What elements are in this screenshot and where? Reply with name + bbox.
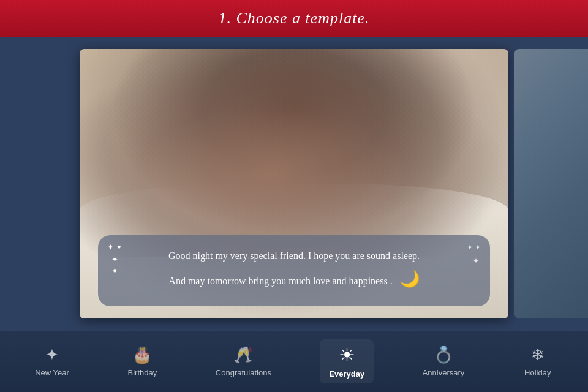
moon-decoration: 🌙 [400,270,420,288]
anniversary-icon: 💍 [434,345,453,364]
card-text-line2: And may tomorrow bring you much love and… [116,265,472,294]
nav-label-new-year: New Year [35,368,69,377]
nav-item-anniversary[interactable]: 💍 Anniversary [413,341,474,382]
card-text-overlay: ✦ ✦✦✦ ✦ ✦ ✦ Good night my very special f… [98,235,490,306]
card-message-text: Good night my very special friend. I hop… [116,247,472,294]
nav-item-congratulations[interactable]: 🥂 Congratulations [206,341,281,382]
header-title: 1. Choose a template. [218,9,369,28]
main-card[interactable]: ✦ ✦✦✦ ✦ ✦ ✦ Good night my very special f… [80,49,508,318]
nav-label-everyday: Everyday [329,369,364,379]
card-text-line1: Good night my very special friend. I hop… [116,247,472,265]
congratulations-icon: 🥂 [233,345,253,364]
holiday-icon: ❄ [531,345,545,364]
main-content: ✦ ✦✦✦ ✦ ✦ ✦ Good night my very special f… [0,37,588,331]
app-header: 1. Choose a template. [0,0,588,37]
birthday-icon: 🎂 [132,345,152,364]
nav-item-birthday[interactable]: 🎂 Birthday [118,341,167,382]
nav-label-anniversary: Anniversary [423,368,465,377]
new-year-icon: ✦ [45,345,59,364]
nav-label-birthday: Birthday [128,368,157,377]
nav-item-everyday[interactable]: ☀ Everyday [320,339,374,383]
next-card-inner [514,49,588,318]
card-background: ✦ ✦✦✦ ✦ ✦ ✦ Good night my very special f… [80,49,508,318]
card-person-area [80,49,508,257]
bottom-navigation: ✦ New Year 🎂 Birthday 🥂 Congratulations … [0,331,588,392]
nav-item-holiday[interactable]: ❄ Holiday [513,341,562,382]
next-card-preview[interactable] [514,49,588,318]
everyday-icon: ☀ [339,344,355,366]
nav-label-holiday: Holiday [524,368,551,377]
nav-label-congratulations: Congratulations [216,368,271,377]
nav-item-new-year[interactable]: ✦ New Year [26,341,78,382]
